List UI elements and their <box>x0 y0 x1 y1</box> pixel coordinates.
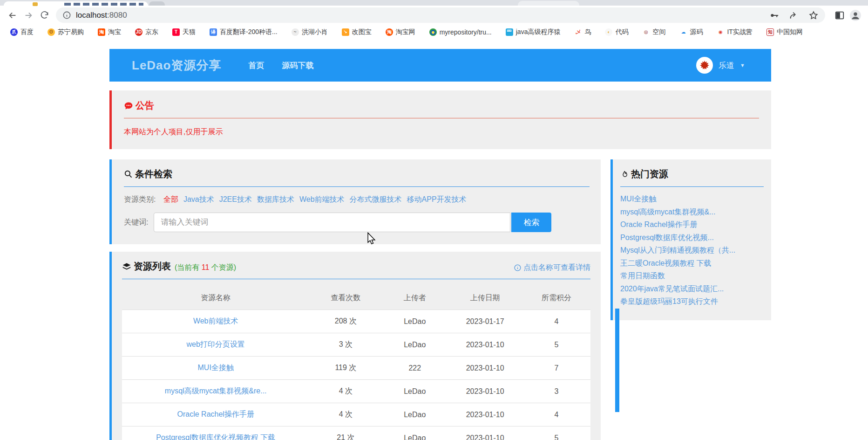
search-button[interactable]: 检索 <box>511 213 551 232</box>
bookmark-item[interactable]: ◉IT实战营 <box>717 28 752 36</box>
bookmark-label: 天猫 <box>183 28 196 36</box>
hot-list-item: 2020年java常见笔试面试题汇... <box>620 282 764 296</box>
active-tab[interactable] <box>4 1 148 6</box>
points-cell: 7 <box>522 357 590 380</box>
bookmark-label: 苏宁易购 <box>58 28 84 36</box>
user-avatar[interactable] <box>696 57 713 74</box>
hot-list: MUI全接触mysql高级mycat集群视频&...Oracle Rachel操… <box>620 192 764 308</box>
views-cell: 3 次 <box>309 333 382 357</box>
side-panel-button[interactable] <box>832 7 848 23</box>
bookmark-item[interactable]: T天猫 <box>172 28 196 36</box>
bookmark-item[interactable]: 淘淘宝网 <box>386 28 415 36</box>
inactive-tab[interactable] <box>518 1 579 6</box>
hot-resource-link[interactable]: Mysql从入门到精通视频教程（共... <box>620 246 735 254</box>
source-cloud-icon: ☁ <box>679 28 687 36</box>
bookmark-item[interactable]: JD京东 <box>135 28 158 36</box>
resource-link[interactable]: Oracle Rachel操作手册 <box>177 410 254 418</box>
date-cell: 2023-01-17 <box>448 310 522 333</box>
bookmark-item[interactable]: myrepository/tru... <box>429 28 492 36</box>
back-button[interactable] <box>5 7 20 23</box>
resource-link[interactable]: MUI全接触 <box>198 364 234 371</box>
list-title: 资源列表 <box>122 260 171 273</box>
bookmark-label: 百度 <box>20 28 34 36</box>
red-bird-icon: 乄 <box>574 28 582 36</box>
hot-resource-link[interactable]: 2020年java常见笔试面试题汇... <box>620 285 724 293</box>
category-link[interactable]: J2EE技术 <box>219 195 252 203</box>
keyword-label: 关键词: <box>124 218 148 227</box>
profile-button[interactable] <box>848 7 863 23</box>
search-panel: 条件检索 资源类别: 全部Java技术J2EE技术数据库技术Web前端技术分布式… <box>109 159 601 244</box>
category-link[interactable]: Web前端技术 <box>299 195 345 203</box>
resource-link[interactable]: Web前端技术 <box>193 317 238 325</box>
bookmark-item[interactable]: ☁源码 <box>679 28 703 36</box>
resource-link[interactable]: Postgresql数据库优化视频教程 下载 <box>156 433 275 440</box>
url-text[interactable]: localhost:8080 <box>76 11 760 20</box>
hot-resource-link[interactable]: 常用日期函数 <box>620 272 665 280</box>
keyword-input[interactable] <box>154 213 510 232</box>
views-cell: 4 次 <box>309 380 382 403</box>
category-link[interactable]: 移动APP开发技术 <box>407 195 467 203</box>
category-link[interactable]: Java技术 <box>183 195 214 203</box>
site-logo[interactable]: LeDao资源分享 <box>132 57 221 74</box>
category-links: 全部Java技术J2EE技术数据库技术Web前端技术分布式微服技术移动APP开发… <box>163 195 472 203</box>
hot-resource-link[interactable]: 拳皇版超级玛丽13可执行文件 <box>620 297 718 305</box>
tab-title <box>64 3 143 6</box>
bookmark-item[interactable]: 知中国知网 <box>766 28 803 36</box>
bookmark-item[interactable]: 译百度翻译-200种语... <box>210 28 278 36</box>
reload-button[interactable] <box>36 7 52 23</box>
bookmark-item[interactable]: ◐代码 <box>605 28 628 36</box>
category-link[interactable]: 分布式微服技术 <box>350 195 402 203</box>
address-bar[interactable]: localhost:8080 <box>56 7 825 23</box>
hot-title: 热门资源 <box>620 168 764 180</box>
hot-resource-link[interactable]: MUI全接触 <box>620 195 656 203</box>
nav-link[interactable]: 首页 <box>248 60 264 71</box>
col-points: 所需积分 <box>522 287 590 310</box>
bookmark-item[interactable]: 乄鸟 <box>574 28 591 36</box>
nav-link[interactable]: 源码下载 <box>282 60 313 71</box>
date-cell: 2023-01-10 <box>448 333 522 357</box>
hot-resource-link[interactable]: Postgresql数据库优化视频... <box>620 234 714 241</box>
bookmark-item[interactable]: ◎空间 <box>642 28 665 36</box>
browser-tab-strip <box>0 0 868 6</box>
share-button[interactable] <box>789 10 799 21</box>
password-key-button[interactable] <box>769 10 780 21</box>
java-robot-icon: 罒 <box>506 28 513 36</box>
bookmark-item[interactable]: ↘改图宝 <box>342 28 372 36</box>
bookmark-label: 淘宝 <box>108 28 121 36</box>
table-row: mysql高级mycat集群视频&re...4 次LeDao2023-01-10… <box>122 380 590 403</box>
browser-toolbar: localhost:8080 <box>0 6 868 25</box>
bookmark-item[interactable]: 淘淘宝 <box>98 28 121 36</box>
user-menu[interactable]: 乐道 ▼ <box>696 57 745 74</box>
uploader-cell: LeDao <box>382 403 448 426</box>
forward-button[interactable] <box>20 7 36 23</box>
divider <box>620 186 764 187</box>
resource-link[interactable]: web打印分页设置 <box>187 340 245 348</box>
hot-resource-link[interactable]: Oracle Rachel操作手册 <box>620 220 697 228</box>
chevron-down-icon: ▼ <box>740 62 745 68</box>
site-header: LeDao资源分享 首页源码下载 乐道 ▼ <box>109 49 771 82</box>
divider <box>124 186 590 187</box>
resource-link[interactable]: mysql高级mycat集群视频&re... <box>165 387 267 395</box>
bookmark-label: myrepository/tru... <box>440 28 492 36</box>
jd-icon: JD <box>135 28 142 36</box>
magnifier-icon <box>124 170 133 179</box>
hot-resource-link[interactable]: 王二暖Oracle视频教程 下载 <box>620 259 712 267</box>
bookmark-this-button[interactable] <box>808 10 819 21</box>
category-link[interactable]: 数据库技术 <box>257 195 294 203</box>
username[interactable]: 乐道 <box>719 60 734 71</box>
list-scrollbar-thumb[interactable] <box>615 309 619 412</box>
bird-sketch-icon: ~ <box>292 28 299 36</box>
key-icon <box>769 10 780 21</box>
bookmark-item[interactable]: 罒java高级程序猿 <box>506 28 561 36</box>
bookmark-item[interactable]: 爪百度 <box>10 28 34 36</box>
detail-hint: 点击名称可查看详情 <box>514 263 590 273</box>
table-row: Web前端技术208 次LeDao2023-01-174 <box>122 310 590 333</box>
hot-resource-link[interactable]: mysql高级mycat集群视频&... <box>620 208 715 216</box>
taobao-icon: 淘 <box>98 28 105 36</box>
bookmark-item[interactable]: ~洪湖小肖 <box>292 28 328 36</box>
share-icon <box>789 10 799 21</box>
page-info-icon[interactable] <box>62 11 71 20</box>
category-link-active[interactable]: 全部 <box>163 195 178 203</box>
divider <box>122 279 590 279</box>
bookmark-item[interactable]: ʘ苏宁易购 <box>47 28 84 36</box>
